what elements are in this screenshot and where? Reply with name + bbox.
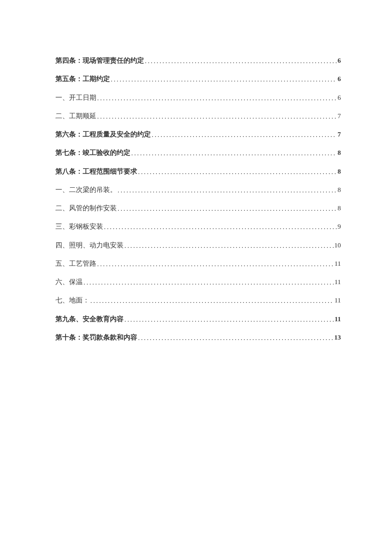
toc-entry: 一、开工日期 6 <box>55 93 341 102</box>
toc-leader-dots <box>83 277 334 287</box>
toc-leader-dots <box>144 56 337 66</box>
toc-page-number: 11 <box>334 314 341 324</box>
toc-entry: 五、工艺管路 11 <box>55 259 341 268</box>
toc-entry: 六、保温 11 <box>55 277 341 287</box>
toc-title: 五、工艺管路 <box>55 259 96 268</box>
toc-page-number: 11 <box>334 259 341 268</box>
toc-page-number: 8 <box>337 185 341 195</box>
toc-leader-dots <box>110 74 337 84</box>
toc-page-number: 8 <box>337 148 341 157</box>
toc-page-number: 6 <box>337 74 341 84</box>
toc-entry: 第四条：现场管理责任的约定 6 <box>55 55 341 65</box>
toc-page-number: 7 <box>337 111 341 121</box>
toc-leader-dots <box>96 111 337 121</box>
toc-page-number: 6 <box>337 93 341 102</box>
toc-page-number: 11 <box>334 277 341 287</box>
toc-leader-dots <box>137 167 337 177</box>
toc-entry: 一、二次梁的吊装。 8 <box>55 185 341 195</box>
toc-page-number: 9 <box>337 221 341 231</box>
toc-entry: 四、照明、动力电安装 10 <box>55 240 341 250</box>
toc-leader-dots <box>124 241 334 250</box>
toc-title: 七、地面： <box>55 295 89 305</box>
toc-entry: 七、地面： 11 <box>55 295 341 305</box>
toc-leader-dots <box>124 314 334 324</box>
toc-title: 二、风管的制作安装 <box>55 203 117 213</box>
toc-title: 第五条：工期约定 <box>55 74 110 84</box>
toc-leader-dots <box>96 259 334 269</box>
toc-title: 四、照明、动力电安装 <box>55 240 124 250</box>
toc-title: 一、二次梁的吊装。 <box>55 185 117 195</box>
toc-title: 第九条、安全教育内容 <box>55 314 124 324</box>
toc-entry: 三、彩钢板安装 9 <box>55 221 341 231</box>
toc-leader-dots <box>96 93 337 103</box>
toc-page-number: 6 <box>337 55 341 65</box>
toc-entry: 二、风管的制作安装 8 <box>55 203 341 213</box>
toc-entry: 第六条：工程质量及安全的约定 7 <box>55 129 341 139</box>
toc-page-number: 10 <box>334 240 341 250</box>
toc-page-number: 11 <box>334 295 341 305</box>
toc-leader-dots <box>89 296 334 305</box>
toc-leader-dots <box>151 130 337 139</box>
toc-page-number: 8 <box>337 203 341 213</box>
toc-page-number: 7 <box>337 129 341 139</box>
toc-title: 一、开工日期 <box>55 93 96 102</box>
toc-leader-dots <box>117 203 337 213</box>
toc-title: 第八条：工程范围细节要求 <box>55 166 137 176</box>
toc-page-number: 13 <box>334 332 341 342</box>
toc-title: 第七条：竣工验收的约定 <box>55 148 130 157</box>
toc-entry: 第七条：竣工验收的约定 8 <box>55 148 341 157</box>
toc-title: 二、工期顺延 <box>55 111 96 121</box>
toc-title: 三、彩钢板安装 <box>55 221 103 231</box>
toc-title: 六、保温 <box>55 277 83 287</box>
toc-page-number: 8 <box>337 166 341 176</box>
toc-entry: 第八条：工程范围细节要求 8 <box>55 166 341 176</box>
toc-leader-dots <box>117 185 337 195</box>
toc-title: 第四条：现场管理责任的约定 <box>55 55 144 65</box>
toc-entry: 第五条：工期约定 6 <box>55 74 341 84</box>
toc-leader-dots <box>103 222 337 232</box>
toc-title: 第六条：工程质量及安全的约定 <box>55 129 151 139</box>
toc-entry: 第十条：奖罚款条款和内容 13 <box>55 332 341 342</box>
toc-entry: 二、工期顺延 7 <box>55 111 341 121</box>
toc-leader-dots <box>130 148 337 158</box>
toc-title: 第十条：奖罚款条款和内容 <box>55 332 137 342</box>
table-of-contents: 第四条：现场管理责任的约定 6 第五条：工期约定 6 一、开工日期 6 二、工期… <box>55 55 341 342</box>
toc-leader-dots <box>137 333 334 343</box>
toc-entry: 第九条、安全教育内容 11 <box>55 314 341 324</box>
